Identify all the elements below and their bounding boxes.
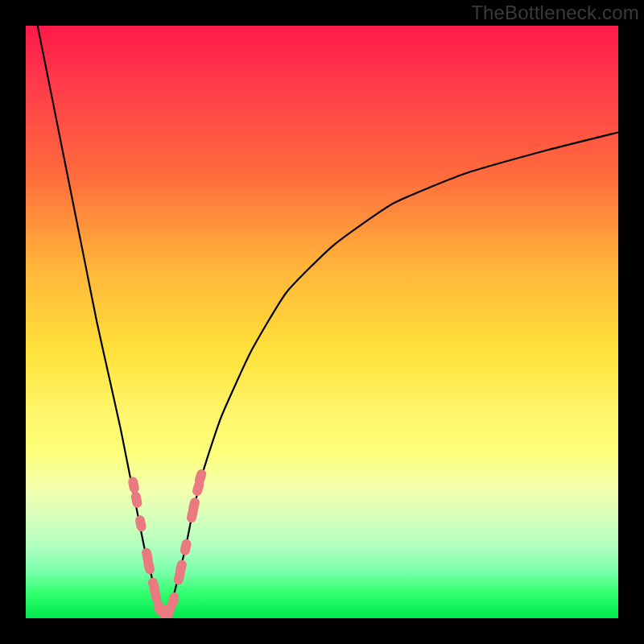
- plot-area: [26, 26, 618, 618]
- gradient-background: [26, 26, 618, 618]
- watermark-text: TheBottleneck.com: [471, 2, 639, 24]
- chart-frame: TheBottleneck.com: [0, 0, 644, 644]
